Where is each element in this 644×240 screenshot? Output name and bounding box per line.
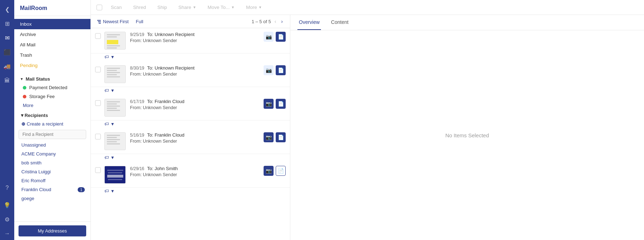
recipient-item-unassigned[interactable]: Unassigned bbox=[14, 141, 90, 149]
question-icon[interactable]: ? bbox=[1, 182, 14, 194]
mail-item-checkbox[interactable] bbox=[95, 67, 101, 72]
mail-date: 9/25/19 bbox=[130, 32, 144, 37]
mail-to: To: Unknown Recipient bbox=[147, 32, 194, 37]
tag-button[interactable]: 🏷 ▼ bbox=[104, 88, 115, 93]
sidebar-item-pending[interactable]: Pending bbox=[14, 60, 90, 71]
move-to-button[interactable]: Move To... ▼ bbox=[203, 3, 239, 12]
mail-item[interactable]: 5/16/19 To: Franklin Cloud From: Unknown… bbox=[91, 129, 290, 162]
document-outline-icon[interactable]: 📄 bbox=[276, 166, 286, 176]
camera-active-icon[interactable]: 📷 bbox=[264, 99, 274, 109]
tag-icon: 🏷 bbox=[104, 54, 109, 60]
status-item-storage-fee[interactable]: Storage Fee bbox=[14, 92, 90, 101]
logout-icon[interactable]: → bbox=[1, 227, 14, 240]
recipient-item-acme[interactable]: ACME Company bbox=[14, 149, 90, 158]
mail-thumbnail bbox=[104, 65, 126, 83]
mail-item[interactable]: 9/25/19 To: Unknown Recipient From: Unkn… bbox=[91, 28, 290, 62]
payment-detected-dot bbox=[23, 86, 26, 90]
next-page-button[interactable]: › bbox=[280, 18, 284, 25]
tab-overview[interactable]: Overview bbox=[297, 15, 321, 30]
ship-button[interactable]: Ship bbox=[153, 3, 171, 12]
document-icon[interactable]: 📄 bbox=[276, 132, 286, 142]
mail-actions: 📷 📄 bbox=[264, 32, 286, 42]
recipient-item-eric[interactable]: Eric Romoff bbox=[14, 176, 90, 185]
recipient-item-bob[interactable]: bob smith bbox=[14, 158, 90, 167]
mail-status-section-header[interactable]: ▼ Mail Status bbox=[14, 73, 90, 83]
mail-thumbnail bbox=[104, 99, 126, 117]
share-button[interactable]: Share ▼ bbox=[174, 3, 201, 12]
select-all-checkbox[interactable] bbox=[97, 5, 102, 10]
mail-status-more[interactable]: More bbox=[14, 101, 90, 110]
move-to-label: Move To... bbox=[208, 5, 230, 10]
camera-active-icon[interactable]: 📷 bbox=[264, 166, 274, 176]
camera-icon[interactable]: 📷 bbox=[264, 65, 274, 75]
mail-item-checkbox[interactable] bbox=[95, 134, 101, 139]
more-button[interactable]: More ▼ bbox=[242, 3, 266, 12]
tag-button[interactable]: 🏷 ▼ bbox=[104, 188, 115, 194]
recipient-item-franklin[interactable]: Franklin Cloud 1 bbox=[14, 185, 90, 194]
truck-icon[interactable]: 🚚 bbox=[1, 60, 14, 73]
mail-item-row[interactable]: 5/16/19 To: Franklin Cloud From: Unknown… bbox=[91, 129, 290, 154]
mail-to: To: Unknown Recipient bbox=[147, 65, 194, 71]
mail-actions: 📷 📄 bbox=[264, 99, 286, 109]
grid-icon[interactable]: ⊞ bbox=[1, 17, 14, 30]
shred-button[interactable]: Shred bbox=[129, 3, 150, 12]
recipient-name: Franklin Cloud bbox=[155, 132, 185, 138]
mail-date: 8/30/19 bbox=[130, 66, 144, 71]
tag-button[interactable]: 🏷 ▼ bbox=[104, 155, 115, 160]
mail-list-container: Newest First Full 1 – 5 of 5 ‹ › bbox=[91, 15, 290, 240]
sidebar-item-inbox[interactable]: Inbox bbox=[14, 19, 90, 29]
mail-item[interactable]: 8/30/19 To: Unknown Recipient From: Unkn… bbox=[91, 62, 290, 95]
bulb-icon[interactable]: 💡 bbox=[1, 199, 14, 211]
sort-button[interactable]: Newest First bbox=[97, 19, 129, 24]
mail-from: From: Unknown Sender bbox=[130, 38, 264, 43]
recipient-item-goege[interactable]: goege bbox=[14, 194, 90, 203]
mail-item[interactable]: 6/17/19 To: Franklin Cloud From: Unknown… bbox=[91, 95, 290, 129]
pagination: 1 – 5 of 5 ‹ › bbox=[251, 18, 284, 25]
mail-item[interactable]: 6/29/16 To: John Smith From: Unknown Sen… bbox=[91, 162, 290, 196]
tag-button[interactable]: 🏷 ▼ bbox=[104, 54, 115, 60]
sidebar-item-archive[interactable]: Archive bbox=[14, 29, 90, 40]
mail-icon[interactable]: ✉ bbox=[1, 31, 14, 44]
tag-arrow-icon: ▼ bbox=[110, 88, 115, 93]
recipient-item-cristina[interactable]: Cristina Luiggi bbox=[14, 167, 90, 176]
mail-to: To: Franklin Cloud bbox=[147, 132, 185, 138]
chevron-left-icon[interactable]: ❮ bbox=[1, 3, 14, 16]
mail-item-row[interactable]: 6/29/16 To: John Smith From: Unknown Sen… bbox=[91, 162, 290, 188]
my-addresses-button[interactable]: My Addresses bbox=[19, 225, 86, 236]
mail-date: 6/17/19 bbox=[130, 99, 144, 104]
scan-button[interactable]: Scan bbox=[107, 3, 126, 12]
view-button[interactable]: Full bbox=[134, 19, 143, 24]
mail-meta: 6/29/16 To: John Smith bbox=[130, 166, 264, 171]
recipient-search-input[interactable] bbox=[19, 130, 86, 139]
status-item-payment-detected[interactable]: Payment Detected bbox=[14, 83, 90, 92]
recipients-section-header[interactable]: ▼ Recipients bbox=[14, 110, 90, 119]
create-recipient-btn[interactable]: ⊕ Create a recipient bbox=[14, 119, 90, 128]
mail-status-chevron-icon: ▼ bbox=[20, 77, 24, 81]
bank-icon[interactable]: 🏛 bbox=[1, 74, 14, 87]
right-panel-tabs: Overview Content bbox=[290, 15, 644, 30]
recipient-label: Cristina Luiggi bbox=[21, 169, 51, 174]
mail-item-row[interactable]: 8/30/19 To: Unknown Recipient From: Unkn… bbox=[91, 62, 290, 87]
mail-item-row[interactable]: 6/17/19 To: Franklin Cloud From: Unknown… bbox=[91, 95, 290, 121]
document-icon[interactable]: 📄 bbox=[276, 99, 286, 109]
sidebar-item-trash[interactable]: Trash bbox=[14, 50, 90, 60]
mail-item-checkbox[interactable] bbox=[95, 33, 101, 39]
app-title: MailRoom bbox=[14, 0, 90, 16]
camera-active-icon[interactable]: 📷 bbox=[264, 132, 274, 142]
tag-button[interactable]: 🏷 ▼ bbox=[104, 121, 115, 127]
mail-item-checkbox[interactable] bbox=[95, 167, 101, 173]
camera-icon[interactable]: 📷 bbox=[264, 32, 274, 42]
mail-to: To: John Smith bbox=[147, 166, 178, 171]
sidebar-item-allmail[interactable]: All Mail bbox=[14, 40, 90, 50]
tag-arrow-icon: ▼ bbox=[110, 122, 115, 127]
screen-icon[interactable]: ⬛ bbox=[1, 46, 14, 58]
document-icon[interactable]: 📄 bbox=[276, 32, 286, 42]
document-icon[interactable]: 📄 bbox=[276, 65, 286, 75]
mail-item-row[interactable]: 9/25/19 To: Unknown Recipient From: Unkn… bbox=[91, 28, 290, 53]
tab-content[interactable]: Content bbox=[329, 15, 350, 30]
mail-item-checkbox[interactable] bbox=[95, 100, 101, 106]
share-dropdown-arrow-icon: ▼ bbox=[193, 5, 196, 9]
mail-item-tags: 🏷 ▼ bbox=[91, 188, 290, 196]
prev-page-button[interactable]: ‹ bbox=[273, 18, 278, 25]
settings-icon[interactable]: ⚙ bbox=[1, 213, 14, 226]
